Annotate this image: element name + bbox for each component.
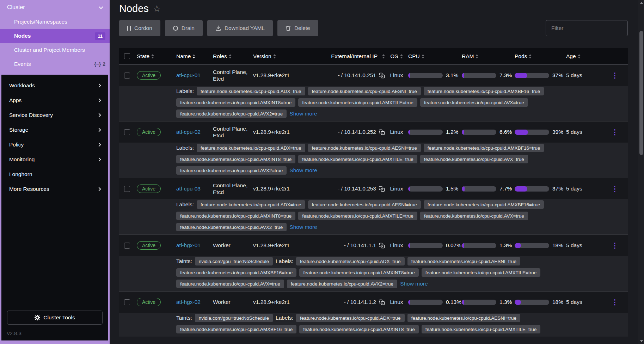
cordon-button[interactable]: Cordon xyxy=(119,20,160,36)
scroll-down-arrow-icon[interactable] xyxy=(640,340,643,342)
cluster-section-title: Cluster xyxy=(7,4,25,11)
show-more-link[interactable]: Show more xyxy=(289,111,317,117)
label-chip: feature.node.kubernetes.io/cpu-cpuid.AMX… xyxy=(298,98,417,107)
label-chip: feature.node.kubernetes.io/cpu-cpuid.AES… xyxy=(308,200,421,209)
copy-icon[interactable] xyxy=(379,243,385,249)
copy-icon[interactable] xyxy=(379,73,385,79)
chevron-right-icon xyxy=(97,143,101,146)
sidebar-nav-item[interactable]: Apps xyxy=(1,93,108,108)
download-yaml-button[interactable]: Download YAML xyxy=(207,20,273,36)
col-header-roles[interactable]: Roles xyxy=(213,53,253,60)
col-header-pods[interactable]: Pods xyxy=(515,53,566,60)
delete-button[interactable]: Delete xyxy=(277,20,318,36)
node-name-link[interactable]: atl-hgx-02 xyxy=(176,299,201,305)
gear-icon xyxy=(35,315,40,320)
row-menu-button[interactable]: ⋮ xyxy=(611,299,618,306)
main-content: Nodes ☆ Cordon Drain Download YAML xyxy=(110,0,644,344)
node-roles: Worker xyxy=(213,299,231,305)
row-menu-button[interactable]: ⋮ xyxy=(611,72,618,79)
show-more-link[interactable]: Show more xyxy=(289,167,317,174)
app-window: Cluster Projects/Namespaces Nodes 11 Clu… xyxy=(0,0,644,344)
sidebar-nav-item[interactable]: Workloads xyxy=(1,78,108,93)
col-header-ip[interactable]: External/Internal IP xyxy=(300,53,385,60)
col-header-state[interactable]: State xyxy=(137,53,176,60)
node-name-link[interactable]: atl-hgx-01 xyxy=(176,242,201,249)
label-chip: feature.node.kubernetes.io/cpu-cpuid.AVX… xyxy=(420,155,528,163)
row-checkbox[interactable] xyxy=(124,73,130,79)
copy-icon[interactable] xyxy=(379,186,385,192)
favorite-star-icon[interactable]: ☆ xyxy=(153,4,161,13)
node-version: v1.28.9+rke2r1 xyxy=(253,186,300,192)
vertical-scrollbar[interactable] xyxy=(638,0,644,344)
node-name-link[interactable]: atl-cpu-01 xyxy=(176,72,201,79)
row-checkbox[interactable] xyxy=(124,186,130,192)
sidebar-nav-item[interactable]: Monitoring xyxy=(1,152,108,167)
scrollbar-thumb[interactable] xyxy=(639,31,643,155)
col-header-version[interactable]: Version xyxy=(253,53,300,60)
label-chip: feature.node.kubernetes.io/cpu-cpuid.AMX… xyxy=(176,98,295,107)
chevron-right-icon xyxy=(97,187,101,191)
row-checkbox[interactable] xyxy=(124,299,130,305)
chevron-right-icon xyxy=(97,98,101,102)
table-header: State Name Roles Version External/Intern… xyxy=(119,48,628,64)
cpu-meter xyxy=(408,73,443,78)
row-menu-button[interactable]: ⋮ xyxy=(611,242,618,249)
show-more-link[interactable]: Show more xyxy=(289,224,317,230)
show-more-link[interactable]: Show more xyxy=(400,281,428,287)
label-chip: feature.node.kubernetes.io/cpu-cpuid.AMX… xyxy=(422,268,541,277)
sidebar-section-cluster[interactable]: Cluster xyxy=(0,0,110,15)
node-ip: - / 10.141.1.2 xyxy=(344,299,376,305)
node-name-link[interactable]: atl-cpu-02 xyxy=(176,129,201,135)
page-header: Nodes ☆ xyxy=(119,0,628,14)
row-menu-button[interactable]: ⋮ xyxy=(611,185,618,192)
node-name-link[interactable]: atl-cpu-03 xyxy=(176,186,201,192)
node-roles: Control Plane, Etcd xyxy=(213,69,253,82)
node-roles: Control Plane, Etcd xyxy=(213,182,253,196)
col-header-os[interactable]: OS xyxy=(385,53,408,60)
node-age: 5 days xyxy=(566,129,591,135)
sort-icon xyxy=(422,54,424,58)
taints-labels-row: Taints: nvidia.com/gpu=true:NoSchedule L… xyxy=(119,313,628,337)
ram-meter xyxy=(462,73,496,78)
col-header-cpu[interactable]: CPU xyxy=(408,53,462,60)
row-menu-button[interactable]: ⋮ xyxy=(611,129,618,136)
cpu-meter xyxy=(408,300,443,305)
label-chip: feature.node.kubernetes.io/cpu-cpuid.AMX… xyxy=(424,144,544,152)
sidebar-item-projects-namespaces[interactable]: Projects/Namespaces xyxy=(0,15,110,29)
sidebar-item-events[interactable]: Events {−} 2 xyxy=(0,57,110,71)
sort-icon xyxy=(192,54,195,58)
col-header-age[interactable]: Age xyxy=(566,53,591,60)
node-age: 5 days xyxy=(566,242,591,249)
status-badge: Active xyxy=(137,128,161,136)
sidebar-nav-item[interactable]: Service Discovery xyxy=(1,108,108,123)
node-version: v1.28.9+rke2r1 xyxy=(253,242,300,249)
sidebar-nav-item[interactable]: Longhorn xyxy=(1,167,108,182)
sidebar-nav-item[interactable]: Storage xyxy=(1,123,108,137)
cluster-tools-button[interactable]: Cluster Tools xyxy=(7,311,103,325)
col-header-ram[interactable]: RAM xyxy=(462,53,515,60)
sidebar-nav-item[interactable]: Policy xyxy=(1,137,108,152)
sidebar-item-nodes[interactable]: Nodes 11 xyxy=(0,29,110,43)
sidebar-nav-item[interactable]: More Resources xyxy=(1,182,108,196)
sort-icon xyxy=(476,54,478,58)
drain-button[interactable]: Drain xyxy=(165,20,203,36)
sort-icon xyxy=(578,54,581,58)
label-chip: feature.node.kubernetes.io/cpu-cpuid.AVX… xyxy=(420,212,528,220)
filter-input[interactable] xyxy=(546,20,628,36)
node-roles: Control Plane, Etcd xyxy=(213,125,253,139)
col-header-name[interactable]: Name xyxy=(176,53,213,60)
label-chip: feature.node.kubernetes.io/cpu-cpuid.AES… xyxy=(308,144,421,152)
row-checkbox[interactable] xyxy=(124,129,130,135)
select-all-checkbox[interactable] xyxy=(124,53,130,59)
copy-icon[interactable] xyxy=(379,299,385,305)
label-chip: feature.node.kubernetes.io/cpu-cpuid.AMX… xyxy=(176,325,296,333)
row-checkbox[interactable] xyxy=(124,243,130,249)
scroll-up-arrow-icon[interactable] xyxy=(640,2,643,4)
label-chip: feature.node.kubernetes.io/cpu-cpuid.ADX… xyxy=(197,87,305,95)
sidebar-item-cluster-and-project-members[interactable]: Cluster and Project Members xyxy=(0,43,110,57)
table-row: Active atl-hgx-02 Worker v1.28.9+rke2r1 … xyxy=(119,291,628,337)
node-ip: - / 10.141.0.251 xyxy=(338,72,376,79)
events-icon: {−} xyxy=(94,61,101,67)
copy-icon[interactable] xyxy=(379,129,385,135)
label-chip: feature.node.kubernetes.io/cpu-cpuid.ADX… xyxy=(296,257,405,265)
